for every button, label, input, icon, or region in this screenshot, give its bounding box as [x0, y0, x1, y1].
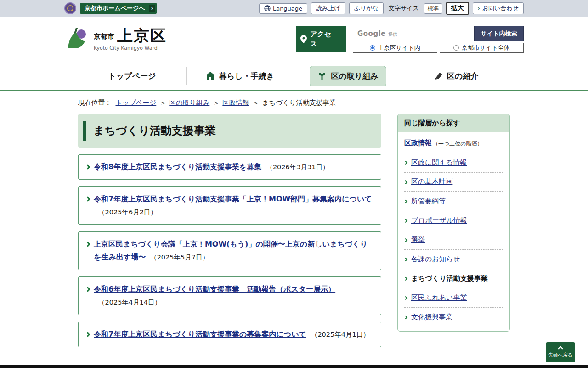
article-link[interactable]: 令和8年度上京区民まちづくり活動支援事業を募集 [94, 162, 261, 171]
sidebar-item-department-news: 各課のお知らせ [404, 250, 503, 269]
article-link[interactable]: 上京区民まちづくり会議「上京！MOW(もう)」の開催〜上京の新しいまちづくりを生… [94, 240, 368, 261]
breadcrumb-separator: > [253, 100, 258, 106]
breadcrumb: 現在位置： トップページ > 区の取り組み > 区政情報 > まちづくり活動支援… [78, 98, 510, 107]
nav-item-living-procedures[interactable]: 暮らし・手続き [186, 62, 294, 90]
nav-top-label: トップページ [108, 71, 156, 81]
nav-item-ward-initiatives[interactable]: 区の取り組み [294, 62, 402, 90]
article-link[interactable]: 令和7年度上京区民まちづくり活動支援事業「上京！MOW部門」募集案内について [94, 195, 372, 203]
nav-item-top-page[interactable]: トップページ [78, 62, 186, 90]
article-card: 上京区民まちづくり会議「上京！MOW(もう)」の開催〜上京の新しいまちづくりを生… [78, 231, 381, 270]
sidebar-link[interactable]: プロポーザル情報 [411, 216, 467, 225]
sidebar-item-guidelines: 所管要綱等 [404, 192, 503, 211]
sidebar-link[interactable]: 所管要綱等 [411, 197, 446, 206]
breadcrumb-link-top[interactable]: トップページ [116, 98, 157, 107]
contact-button[interactable]: › お問い合わせ [473, 2, 524, 14]
kyoto-city-emblem-icon [64, 2, 76, 14]
sidebar-item-machizukuri-support: まちづくり活動支援事業 [404, 269, 503, 288]
site-header: 京都市 上京区 Kyoto City Kamigyo Ward アクセス Goo… [0, 17, 588, 62]
utility-bar: 京都市ホームページへ › Language 読み上げ ふりがな 文字サイズ 標準… [0, 0, 588, 17]
search-scope-ward-radio[interactable]: 上京区サイト内 [353, 43, 437, 53]
ward-name: 上京区 [117, 27, 167, 44]
article-date: （2025年4月1日） [311, 331, 370, 338]
map-pin-icon [300, 35, 307, 43]
language-label: Language [273, 5, 302, 12]
site-search-input[interactable]: Google 提供 [353, 26, 474, 41]
read-aloud-button[interactable]: 読み上げ [311, 2, 345, 14]
sidebar-current-label: まちづくり活動支援事業 [411, 274, 488, 283]
sidebar-link[interactable]: 文化振興事業 [411, 313, 452, 322]
article-date: （2025年5月7日） [150, 253, 209, 261]
chevron-right-icon [404, 161, 407, 164]
chevron-right-icon [85, 196, 90, 201]
back-to-top-button[interactable]: 先頭へ戻る [546, 342, 575, 362]
breadcrumb-separator: > [160, 100, 165, 106]
same-level-sidebar: 同じ階層から探す 区政情報（一つ上位の階層） 区政に関する情報 区の基本計画 所… [397, 114, 510, 332]
site-search-button[interactable]: サイト内検索 [474, 26, 524, 41]
nav-initiatives-label: 区の取り組み [331, 71, 378, 81]
sidebar-item-basic-plan: 区の基本計画 [404, 172, 503, 192]
article-link[interactable]: 令和7年度上京区民まちづくり活動支援事業の募集案内について [94, 330, 306, 339]
house-icon [206, 72, 215, 80]
sidebar-item-resident-fureai: 区民ふれあい事業 [404, 288, 503, 308]
page-title: まちづくり活動支援事業 [83, 121, 372, 141]
search-scope-city-radio[interactable]: 京都市サイト全体 [440, 43, 524, 53]
chevron-right-icon [404, 218, 407, 222]
chevron-right-icon [85, 332, 90, 337]
breadcrumb-link-ward-info[interactable]: 区政情報 [222, 98, 249, 107]
breadcrumb-link-initiatives[interactable]: 区の取り組み [169, 98, 209, 107]
kyoto-city-home-label: 京都市ホームページへ [85, 4, 145, 12]
sidebar-link[interactable]: 区政に関する情報 [411, 158, 467, 167]
font-size-label: 文字サイズ [389, 4, 419, 12]
kyoto-city-home-link[interactable]: 京都市ホームページへ › [80, 3, 157, 14]
sidebar-parent-link[interactable]: 区政情報 [404, 139, 432, 147]
google-provider-label: 提供 [388, 31, 397, 38]
ward-name-en: Kyoto City Kamigyo Ward [94, 45, 167, 51]
chevron-right-icon [404, 199, 407, 203]
access-button[interactable]: アクセス [296, 26, 346, 52]
article-link[interactable]: 令和6年度上京区民まちづくり活動支援事業 活動報告（ポスター展示） [94, 285, 335, 293]
city-name: 京都市 [94, 32, 114, 44]
sidebar-item-ward-information: 区政に関する情報 [404, 153, 503, 172]
search-scope-ward-label: 上京区サイト内 [378, 44, 420, 52]
chevron-right-icon [404, 296, 407, 299]
furigana-button[interactable]: ふりがな [349, 2, 384, 14]
radio-unselected-icon [453, 45, 459, 51]
pen-icon [434, 72, 443, 80]
breadcrumb-label: 現在位置： [78, 98, 112, 107]
sidebar-item-proposal-info: プロポーザル情報 [404, 211, 503, 230]
sidebar-link[interactable]: 区民ふれあい事業 [411, 293, 467, 302]
footer-bar [0, 365, 588, 368]
article-card: 令和7年度上京区民まちづくり活動支援事業「上京！MOW部門」募集案内について（2… [78, 186, 381, 225]
chevron-up-icon [558, 346, 563, 351]
page-title-box: まちづくり活動支援事業 [78, 114, 381, 148]
breadcrumb-current: まちづくり活動支援事業 [262, 98, 336, 107]
font-standard-button[interactable]: 標準 [424, 3, 442, 14]
chevron-right-icon [404, 315, 407, 319]
site-logo-link[interactable]: 京都市 上京区 Kyoto City Kamigyo Ward [64, 27, 167, 51]
chevron-right-icon [404, 276, 407, 280]
article-date: （2026年3月31日） [266, 163, 329, 171]
chevron-right-icon [85, 242, 90, 247]
sidebar-link[interactable]: 区の基本計画 [411, 178, 452, 186]
article-date: （2025年4月14日） [98, 299, 161, 306]
google-logo: Google [357, 29, 386, 38]
sidebar-parent-suffix: （一つ上位の階層） [433, 140, 483, 147]
sidebar-title: 同じ階層から探す [398, 114, 509, 132]
language-button[interactable]: Language [259, 3, 307, 14]
back-to-top-label: 先頭へ戻る [548, 352, 573, 358]
nav-living-label: 暮らし・手続き [219, 71, 274, 81]
globe-icon [264, 5, 271, 12]
sidebar-item-culture-promotion: 文化振興事業 [404, 308, 503, 327]
font-large-button[interactable]: 拡大 [446, 2, 469, 15]
sidebar-link[interactable]: 選挙 [411, 236, 425, 244]
nav-item-ward-introduction[interactable]: 区の紹介 [402, 62, 510, 90]
nav-introduction-label: 区の紹介 [447, 71, 478, 81]
chevron-right-icon: › [478, 5, 480, 12]
article-date: （2025年6月2日） [98, 208, 157, 216]
arrow-right-icon: › [149, 5, 156, 12]
sidebar-link[interactable]: 各課のお知らせ [411, 255, 460, 264]
chevron-right-icon [404, 238, 407, 242]
kamigyo-ward-logo-icon [64, 27, 89, 51]
chevron-right-icon [85, 164, 90, 169]
chevron-right-icon [85, 287, 90, 292]
